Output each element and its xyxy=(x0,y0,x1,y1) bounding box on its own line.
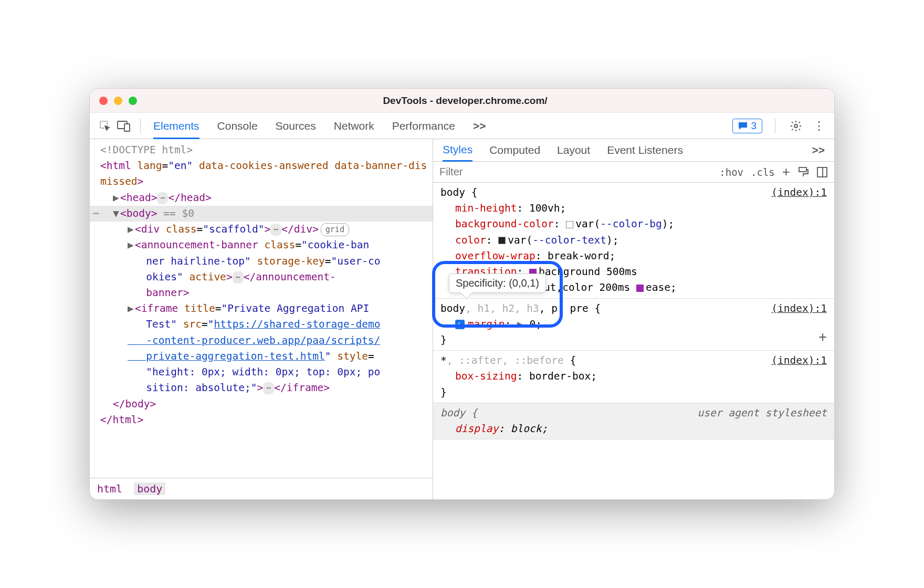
css-prop[interactable]: box-sizing: border-box; xyxy=(440,369,827,384)
tab-event-listeners[interactable]: Event Listeners xyxy=(607,144,683,161)
message-icon xyxy=(738,122,748,130)
traffic-lights xyxy=(99,97,137,105)
kebab-icon[interactable]: ⋮ xyxy=(811,118,827,134)
dom-line[interactable]: </body> xyxy=(90,396,433,412)
source-link: user agent stylesheet xyxy=(697,405,827,421)
breadcrumb: html body xyxy=(90,478,433,499)
source-link[interactable]: (index):1 xyxy=(771,301,827,317)
window-title: DevTools - developer.chrome.com/ xyxy=(137,95,793,107)
selector: body { xyxy=(440,407,477,419)
dom-tree[interactable]: <!DOCTYPE html> <html lang="en" data-coo… xyxy=(90,139,433,478)
tab-styles[interactable]: Styles xyxy=(443,143,472,162)
css-rule-ua[interactable]: user agent stylesheet body { display: bl… xyxy=(433,403,834,439)
dom-line-selected[interactable]: ⋯▼<body> == $0 xyxy=(90,206,433,222)
specificity-tooltip-highlight: Specificity: (0,0,1) xyxy=(432,261,563,328)
breadcrumb-item[interactable]: html xyxy=(97,482,122,495)
css-prop[interactable]: background-color: var(--color-bg); xyxy=(440,216,827,232)
paint-icon[interactable] xyxy=(797,166,809,178)
dom-line[interactable]: ▶<div class="scaffold">⋯</div>grid xyxy=(90,222,433,237)
svg-rect-4 xyxy=(799,167,806,172)
grid-badge[interactable]: grid xyxy=(321,223,349,236)
tab-network[interactable]: Network xyxy=(334,114,374,138)
devtools-window: DevTools - developer.chrome.com/ Element… xyxy=(89,88,835,500)
dom-line[interactable]: ▶<head>⋯</head> xyxy=(90,190,433,206)
issues-count: 3 xyxy=(751,120,757,132)
hov-toggle[interactable]: :hov xyxy=(719,166,743,178)
css-rule[interactable]: (index):1 *, ::after, ::before { box-siz… xyxy=(433,351,834,403)
source-link[interactable]: (index):1 xyxy=(771,353,827,369)
zoom-button[interactable] xyxy=(129,97,137,105)
issues-badge[interactable]: 3 xyxy=(732,119,762,133)
dom-line[interactable]: <html lang="en" data-cookies-answered da… xyxy=(90,158,433,190)
tab-computed[interactable]: Computed xyxy=(489,144,540,161)
dom-line[interactable]: <!DOCTYPE html> xyxy=(90,142,433,158)
titlebar: DevTools - developer.chrome.com/ xyxy=(90,89,834,113)
svg-rect-2 xyxy=(124,124,130,131)
tab-sources[interactable]: Sources xyxy=(276,114,316,138)
cubic-bezier-icon[interactable] xyxy=(636,285,644,292)
new-style-icon[interactable]: + xyxy=(782,164,790,180)
tab-console[interactable]: Console xyxy=(217,114,258,138)
cls-toggle[interactable]: .cls xyxy=(751,166,775,178)
tabs-overflow[interactable]: >> xyxy=(812,144,825,161)
css-prop[interactable]: min-height: 100vh; xyxy=(440,201,827,216)
css-prop: display: block; xyxy=(440,421,827,437)
styles-tabs: Styles Computed Layout Event Listeners >… xyxy=(433,139,834,162)
filter-bar: :hov .cls + xyxy=(433,162,834,183)
dom-line[interactable]: ▶<iframe title="Private Aggregation API … xyxy=(90,301,433,396)
breadcrumb-item[interactable]: body xyxy=(134,482,165,495)
computed-panel-icon[interactable] xyxy=(816,166,828,178)
dom-line[interactable]: ▶<announcement-banner class="cookie-ban … xyxy=(90,237,433,301)
source-link[interactable]: (index):1 xyxy=(771,185,827,201)
selector: body { xyxy=(440,186,477,198)
main-toolbar: Elements Console Sources Network Perform… xyxy=(90,113,834,139)
css-prop[interactable]: color: var(--color-text); xyxy=(440,233,827,248)
add-rule-icon[interactable]: + xyxy=(818,326,827,347)
close-button[interactable] xyxy=(99,97,108,105)
minimize-button[interactable] xyxy=(114,97,122,105)
tab-performance[interactable]: Performance xyxy=(392,114,455,138)
panel-tabs: Elements Console Sources Network Perform… xyxy=(153,114,486,138)
specificity-tooltip: Specificity: (0,0,1) xyxy=(449,274,546,293)
filter-input[interactable] xyxy=(439,166,712,178)
inspect-icon[interactable] xyxy=(97,118,113,134)
device-toggle-icon[interactable] xyxy=(116,118,132,134)
tab-layout[interactable]: Layout xyxy=(557,144,590,161)
dom-line[interactable]: </html> xyxy=(90,412,433,428)
svg-point-3 xyxy=(794,124,797,128)
selector: *, ::after, ::before { xyxy=(440,354,576,366)
svg-rect-5 xyxy=(817,167,827,177)
tabs-overflow[interactable]: >> xyxy=(473,114,486,138)
tab-elements[interactable]: Elements xyxy=(153,114,200,139)
elements-panel: <!DOCTYPE html> <html lang="en" data-coo… xyxy=(90,139,433,499)
gear-icon[interactable] xyxy=(788,118,804,134)
